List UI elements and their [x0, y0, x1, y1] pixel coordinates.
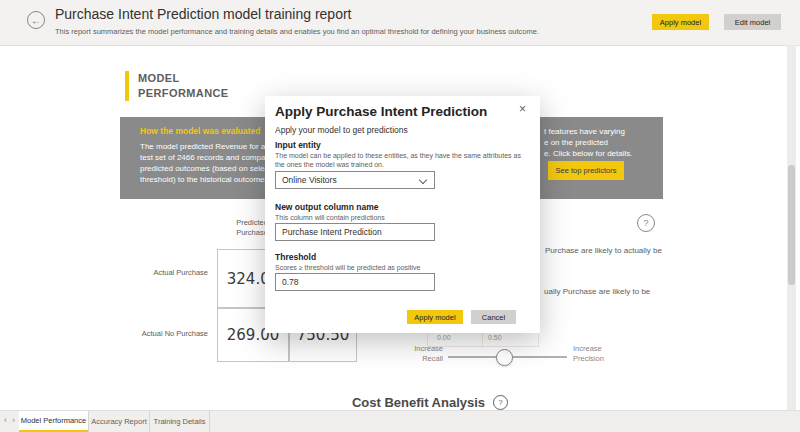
vertical-scrollbar[interactable]	[787, 45, 796, 432]
slider-label-increase-recall: Increase Recall	[405, 344, 443, 364]
close-icon[interactable]: ×	[519, 102, 526, 116]
tab-prev-icon[interactable]: ‹	[4, 415, 7, 425]
threshold-input[interactable]	[275, 273, 435, 291]
apply-model-button[interactable]: Apply model	[652, 14, 709, 30]
scrollbar-thumb[interactable]	[788, 165, 795, 285]
tab-model-performance[interactable]: Model Performance	[19, 411, 88, 432]
precision-explainer-text: Purchase are likely to actually be	[545, 246, 662, 255]
model-performance-heading: MODEL PERFORMANCE	[125, 71, 229, 101]
help-icon[interactable]: ?	[493, 395, 508, 410]
dialog-title: Apply Purchase Intent Prediction	[275, 104, 487, 119]
apply-model-dialog: Apply Purchase Intent Prediction × Apply…	[265, 96, 540, 333]
input-entity-dropdown[interactable]: Online Visitors	[275, 171, 435, 189]
help-icon[interactable]: ?	[637, 214, 655, 232]
threshold-description: Scores ≥ threshold will be predicted as …	[275, 263, 527, 272]
matrix-row-label-actual-purchase: Actual Purchase	[96, 268, 208, 277]
dialog-apply-model-button[interactable]: Apply model	[407, 310, 463, 324]
tab-next-icon[interactable]: ›	[12, 415, 15, 425]
page-subtitle: This report summarizes the model perform…	[55, 27, 539, 36]
slider-label-increase-precision: Increase Precision	[573, 344, 604, 364]
threshold-tick-50: 0.50	[488, 334, 502, 341]
report-header: ← Purchase Intent Prediction model train…	[0, 0, 800, 46]
input-entity-label: Input entity	[275, 140, 321, 150]
recall-explainer-text: ually Purchase are likely to be	[544, 287, 650, 296]
output-column-input[interactable]	[275, 223, 435, 241]
matrix-row-label-actual-no-purchase: Actual No Purchase	[96, 329, 208, 338]
dialog-subtitle: Apply your model to get predictions	[275, 125, 408, 135]
cost-benefit-heading: Cost Benefit Analysis ?	[300, 395, 560, 410]
input-entity-description: The model can be applied to these entiti…	[275, 151, 527, 169]
back-button[interactable]: ←	[27, 11, 45, 29]
report-tab-bar: ‹ › Model Performance Accuracy Report Tr…	[0, 410, 800, 432]
dialog-cancel-button[interactable]: Cancel	[471, 310, 516, 324]
arrow-left-icon: ←	[31, 15, 41, 26]
page-title: Purchase Intent Prediction model trainin…	[55, 6, 352, 22]
tab-training-details[interactable]: Training Details	[150, 411, 210, 432]
chevron-down-icon	[419, 176, 427, 184]
threshold-tick-0: 0.00	[437, 334, 451, 341]
app-window: ← Purchase Intent Prediction model train…	[0, 0, 800, 432]
threshold-slider-handle[interactable]	[496, 349, 513, 366]
banner-right-text: t features have varying e on the predict…	[544, 126, 662, 159]
see-top-predictors-button[interactable]: See top predictors	[548, 161, 624, 180]
input-entity-selected-value: Online Visitors	[282, 175, 337, 185]
output-column-label: New output column name	[275, 202, 378, 212]
threshold-label: Threshold	[275, 252, 316, 262]
edit-model-button[interactable]: Edit model	[724, 14, 781, 30]
tab-accuracy-report[interactable]: Accuracy Report	[88, 411, 150, 432]
output-column-description: This column will contain predictions	[275, 213, 527, 222]
